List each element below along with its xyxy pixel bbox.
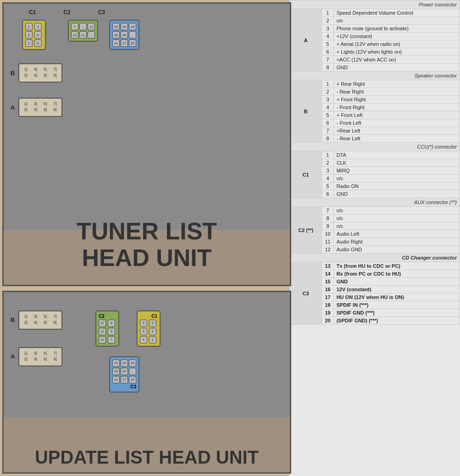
table-row: C2 (**)7n/c bbox=[290, 207, 460, 215]
pin-description: n/c bbox=[333, 175, 460, 183]
update-c2-label: C2 bbox=[99, 314, 116, 319]
c3-pin-14: 14 bbox=[112, 39, 120, 47]
section-header: Power connector bbox=[290, 0, 460, 9]
pin-number: 4 bbox=[322, 104, 333, 111]
c2-pin-11: 11 bbox=[79, 31, 87, 39]
pin-description: + Lights (12V when lights on) bbox=[333, 48, 460, 56]
c3-pin-15: 15 bbox=[112, 31, 120, 39]
pin-number: 17 bbox=[322, 293, 333, 301]
pin-description: GND bbox=[333, 278, 460, 286]
section-header-cell: CD Changer connector bbox=[290, 254, 460, 262]
pin-number: 2 bbox=[322, 88, 333, 96]
uc1-pin-6: 6 bbox=[140, 328, 147, 335]
uc1-pin-3: 3 bbox=[149, 328, 156, 335]
tuner-label: TUNER LIST HEAD UNIT bbox=[77, 218, 217, 271]
pin-description: MIRQ bbox=[333, 167, 460, 175]
pin-description: (SPDIF GND) (***) bbox=[333, 317, 460, 325]
pin-description: HU ON (12V when HU is ON) bbox=[333, 293, 460, 301]
b-label: B bbox=[11, 70, 15, 77]
uc3-pin-14: 14 bbox=[112, 376, 120, 383]
group-label-cell: B bbox=[290, 80, 322, 143]
update-b-connector: 1| 3| 5| 7| 2| 4| 6| 8| bbox=[18, 310, 62, 330]
pin-number: 8 bbox=[322, 215, 333, 222]
section-header-cell: AUX connector (**) bbox=[290, 198, 460, 207]
pin-description: DTA bbox=[333, 151, 460, 159]
section-header: AUX connector (**) bbox=[290, 198, 460, 207]
pin-number: 8 bbox=[322, 64, 333, 72]
pin-number: 6 bbox=[322, 48, 333, 56]
c3-pin-x: · bbox=[129, 31, 136, 39]
c2-pin-12b: ↓ bbox=[88, 31, 95, 39]
uc3-pin-19: 19 bbox=[129, 360, 136, 367]
pin-description: SPDIF GND (***) bbox=[333, 309, 460, 317]
pin-description: - Rear Right bbox=[333, 88, 460, 96]
c2-pin-th: ↑ bbox=[79, 23, 87, 30]
pin-number: 7 bbox=[322, 207, 333, 215]
pin-number: 3 bbox=[322, 167, 333, 175]
update-a-connector: 1| 3| 5| 7| 2| 4| 6| 8| bbox=[18, 347, 62, 366]
section-header: CD Changer connector bbox=[290, 254, 460, 262]
table-row: C313Tx (from HU to CDC or PC) bbox=[290, 262, 460, 270]
pin-number: 7 bbox=[322, 56, 333, 64]
c2-label: C2 bbox=[63, 9, 70, 16]
pin-description: Audio GND bbox=[333, 246, 460, 254]
pin-description: - Front Right bbox=[333, 104, 460, 111]
pin-number: 7 bbox=[322, 127, 333, 135]
right-panel: Power connectorA1Speed Dependent Volume … bbox=[289, 0, 460, 476]
pin-description: Rx (from PC or CDC to HU) bbox=[333, 270, 460, 278]
uc2-pin-12: 12 bbox=[99, 328, 106, 335]
pin-description: GND bbox=[333, 190, 460, 198]
pin-description: + Front Left bbox=[333, 111, 460, 119]
pin-description: GND bbox=[333, 64, 460, 72]
pin-number: 16 bbox=[322, 286, 333, 293]
left-panel: C1 C2 C3 1 4 3 6 2 5 7 ↑ 12 10 11 ↓ bbox=[0, 0, 289, 476]
pin-number: 3 bbox=[322, 96, 333, 104]
uc3-pin-20: 20 bbox=[129, 376, 136, 383]
update-a-label: A bbox=[11, 353, 15, 360]
c2-pin-10: 10 bbox=[71, 31, 78, 39]
section-header-cell: CCU(*) connector bbox=[290, 143, 460, 151]
pin-number: 9 bbox=[322, 222, 333, 230]
group-label-cell: C3 bbox=[290, 262, 322, 325]
c1-pin-6: 6 bbox=[34, 31, 42, 39]
pin-description: + Rear Right bbox=[333, 80, 460, 88]
pin-description: +Rear Left bbox=[333, 127, 460, 135]
a-label: A bbox=[11, 104, 15, 111]
table-row: C11DTA bbox=[290, 151, 460, 159]
pin-description: +12V (constant) bbox=[333, 33, 460, 40]
pin-description: SPDIF IN (***) bbox=[333, 301, 460, 309]
pin-description: - Rear Left bbox=[333, 135, 460, 143]
pin-number: 13 bbox=[322, 262, 333, 270]
pin-number: 5 bbox=[322, 40, 333, 48]
update-b-label: B bbox=[11, 316, 15, 323]
c3-pin-16: 16 bbox=[121, 23, 128, 30]
pin-description: + Front Right bbox=[333, 96, 460, 104]
group-label-cell: A bbox=[290, 9, 322, 72]
uc3-pin-17: 17 bbox=[121, 376, 128, 383]
uc1-pin-5: 5 bbox=[140, 320, 147, 327]
pin-number: 18 bbox=[322, 301, 333, 309]
pin-number: 1 bbox=[322, 9, 333, 17]
pin-number: 2 bbox=[322, 159, 333, 167]
connector-table: Power connectorA1Speed Dependent Volume … bbox=[289, 0, 460, 325]
pin-number: 19 bbox=[322, 309, 333, 317]
pin-description: Tx (from HU to CDC or PC) bbox=[333, 262, 460, 270]
pin-number: 14 bbox=[322, 270, 333, 278]
update-section: B 1| 3| 5| 7| 2| 4| 6| 8| bbox=[2, 291, 291, 474]
pin-description: n/c bbox=[333, 222, 460, 230]
pin-number: 6 bbox=[322, 190, 333, 198]
uc1-pin-2: 2 bbox=[149, 320, 156, 327]
pin-number: 12 bbox=[322, 246, 333, 254]
pin-description: + Aerial (12V when radio on) bbox=[333, 40, 460, 48]
b-connector: 1| 3| 5| 7| 2| 4| 6| 8| bbox=[18, 63, 62, 83]
pin-description: Phone mute (ground to activate) bbox=[333, 25, 460, 33]
pin-number: 4 bbox=[322, 33, 333, 40]
uc2-pin-9: 9 bbox=[108, 328, 115, 335]
c2-pin-7: 7 bbox=[71, 23, 78, 30]
c3-pin-18: 18 bbox=[121, 31, 128, 39]
pin-description: n/c bbox=[333, 17, 460, 25]
pin-number: 2 bbox=[322, 17, 333, 25]
pin-number: 5 bbox=[322, 183, 333, 190]
c3-pin-19: 19 bbox=[129, 23, 136, 30]
pin-number: 10 bbox=[322, 230, 333, 238]
